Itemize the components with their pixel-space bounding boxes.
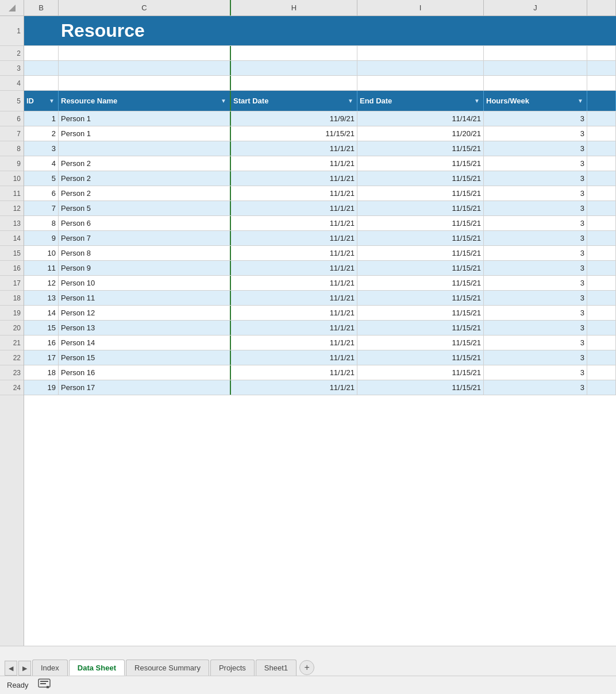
row-num-16[interactable]: 16 bbox=[0, 261, 24, 276]
cell-hours[interactable]: 3 bbox=[484, 216, 587, 230]
cell-hours[interactable]: 3 bbox=[484, 246, 587, 260]
cell-id[interactable]: 11 bbox=[24, 261, 59, 275]
row-num-14[interactable]: 14 bbox=[0, 231, 24, 246]
row-num-7[interactable]: 7 bbox=[0, 126, 24, 141]
cell-name[interactable]: Person 14 bbox=[59, 336, 231, 350]
cell-hours[interactable]: 3 bbox=[484, 231, 587, 245]
cell-hours[interactable]: 3 bbox=[484, 291, 587, 305]
cell-start[interactable]: 11/1/21 bbox=[231, 350, 357, 365]
cell-start[interactable]: 11/1/21 bbox=[231, 156, 357, 171]
cell-hours[interactable]: 3 bbox=[484, 141, 587, 156]
cell-id[interactable]: 9 bbox=[24, 231, 59, 245]
row-num-21[interactable]: 21 bbox=[0, 336, 24, 350]
filter-cell-start-date[interactable]: Start Date ▼ bbox=[231, 91, 357, 111]
cell-id[interactable]: 14 bbox=[24, 306, 59, 320]
cell-start[interactable]: 11/15/21 bbox=[231, 126, 357, 141]
cell-hours[interactable]: 3 bbox=[484, 111, 587, 126]
row-num-5[interactable]: 5 bbox=[0, 91, 24, 111]
cell-hours[interactable]: 3 bbox=[484, 276, 587, 290]
filter-cell-resource-name[interactable]: Resource Name ▼ bbox=[59, 91, 231, 111]
cell-end[interactable]: 11/15/21 bbox=[357, 141, 484, 156]
cell-name[interactable]: Person 2 bbox=[59, 186, 231, 201]
cell-4-b[interactable] bbox=[24, 76, 59, 90]
cell-id[interactable]: 7 bbox=[24, 201, 59, 215]
cell-id[interactable]: 1 bbox=[24, 111, 59, 126]
filter-cell-hours[interactable]: Hours/Week ▼ bbox=[484, 91, 587, 111]
cell-2-c[interactable] bbox=[59, 46, 231, 60]
cell-start[interactable]: 11/1/21 bbox=[231, 231, 357, 245]
row-num-12[interactable]: 12 bbox=[0, 201, 24, 216]
cell-start[interactable]: 11/1/21 bbox=[231, 141, 357, 156]
cell-end[interactable]: 11/15/21 bbox=[357, 336, 484, 350]
cell-id[interactable]: 6 bbox=[24, 186, 59, 201]
cell-end[interactable]: 11/15/21 bbox=[357, 156, 484, 171]
cell-hours[interactable]: 3 bbox=[484, 306, 587, 320]
filter-hours-arrow[interactable]: ▼ bbox=[578, 98, 584, 104]
cell-start[interactable]: 11/1/21 bbox=[231, 171, 357, 186]
cell-start[interactable]: 11/1/21 bbox=[231, 306, 357, 320]
cell-name[interactable]: Person 15 bbox=[59, 350, 231, 365]
cell-name[interactable]: Person 1 bbox=[59, 126, 231, 141]
col-header-c[interactable]: C bbox=[59, 0, 231, 16]
row-num-23[interactable]: 23 bbox=[0, 365, 24, 380]
row-num-24[interactable]: 24 bbox=[0, 380, 24, 395]
cell-end[interactable]: 11/15/21 bbox=[357, 171, 484, 186]
cell-hours[interactable]: 3 bbox=[484, 171, 587, 186]
cell-id[interactable]: 8 bbox=[24, 216, 59, 230]
cell-hours[interactable]: 3 bbox=[484, 321, 587, 335]
filter-cell-id[interactable]: ID ▼ bbox=[24, 91, 59, 111]
cell-end[interactable]: 11/15/21 bbox=[357, 216, 484, 230]
row-num-3[interactable]: 3 bbox=[0, 61, 24, 76]
cell-4-h[interactable] bbox=[231, 76, 357, 90]
cell-id[interactable]: 10 bbox=[24, 246, 59, 260]
sheet-tab-projects[interactable]: Projects bbox=[210, 660, 255, 676]
cell-hours[interactable]: 3 bbox=[484, 336, 587, 350]
cell-end[interactable]: 11/20/21 bbox=[357, 126, 484, 141]
row-num-4[interactable]: 4 bbox=[0, 76, 24, 91]
cell-start[interactable]: 11/1/21 bbox=[231, 321, 357, 335]
row-num-6[interactable]: 6 bbox=[0, 111, 24, 126]
cell-end[interactable]: 11/15/21 bbox=[357, 306, 484, 320]
cell-start[interactable]: 11/1/21 bbox=[231, 186, 357, 201]
cell-end[interactable]: 11/15/21 bbox=[357, 231, 484, 245]
cell-end[interactable]: 11/15/21 bbox=[357, 380, 484, 395]
filter-cell-end-date[interactable]: End Date ▼ bbox=[357, 91, 484, 111]
row-num-18[interactable]: 18 bbox=[0, 291, 24, 306]
cell-start[interactable]: 11/1/21 bbox=[231, 216, 357, 230]
cell-name[interactable]: Person 2 bbox=[59, 156, 231, 171]
cell-2-j[interactable] bbox=[484, 46, 587, 60]
cell-name[interactable]: Person 11 bbox=[59, 291, 231, 305]
cell-name[interactable]: Person 16 bbox=[59, 365, 231, 380]
cell-start[interactable]: 11/1/21 bbox=[231, 261, 357, 275]
cell-hours[interactable]: 3 bbox=[484, 350, 587, 365]
cell-start[interactable]: 11/1/21 bbox=[231, 365, 357, 380]
cell-hours[interactable]: 3 bbox=[484, 201, 587, 215]
cell-hours[interactable]: 3 bbox=[484, 126, 587, 141]
cell-hours[interactable]: 3 bbox=[484, 380, 587, 395]
row-num-22[interactable]: 22 bbox=[0, 350, 24, 365]
sheet-tab-sheet1[interactable]: Sheet1 bbox=[256, 660, 297, 676]
cell-end[interactable]: 11/15/21 bbox=[357, 261, 484, 275]
cell-3-h[interactable] bbox=[231, 61, 357, 75]
cell-4-i[interactable] bbox=[357, 76, 484, 90]
cell-name[interactable]: Person 10 bbox=[59, 276, 231, 290]
col-header-j[interactable]: J bbox=[484, 0, 587, 16]
cell-name[interactable]: Person 2 bbox=[59, 171, 231, 186]
filter-resource-arrow[interactable]: ▼ bbox=[221, 98, 228, 104]
sheet-tab-resource-summary[interactable]: Resource Summary bbox=[126, 660, 209, 676]
cell-2-i[interactable] bbox=[357, 46, 484, 60]
row-num-8[interactable]: 8 bbox=[0, 141, 24, 156]
cell-id[interactable]: 19 bbox=[24, 380, 59, 395]
cell-id[interactable]: 15 bbox=[24, 321, 59, 335]
cell-end[interactable]: 11/15/21 bbox=[357, 350, 484, 365]
cell-id[interactable]: 4 bbox=[24, 156, 59, 171]
cell-id[interactable]: 16 bbox=[24, 336, 59, 350]
cell-3-j[interactable] bbox=[484, 61, 587, 75]
row-num-20[interactable]: 20 bbox=[0, 321, 24, 336]
cell-name[interactable]: Person 13 bbox=[59, 321, 231, 335]
cell-id[interactable]: 5 bbox=[24, 171, 59, 186]
cell-end[interactable]: 11/15/21 bbox=[357, 186, 484, 201]
tab-next-button[interactable]: ▶ bbox=[18, 661, 31, 676]
cell-end[interactable]: 11/14/21 bbox=[357, 111, 484, 126]
cell-end[interactable]: 11/15/21 bbox=[357, 321, 484, 335]
